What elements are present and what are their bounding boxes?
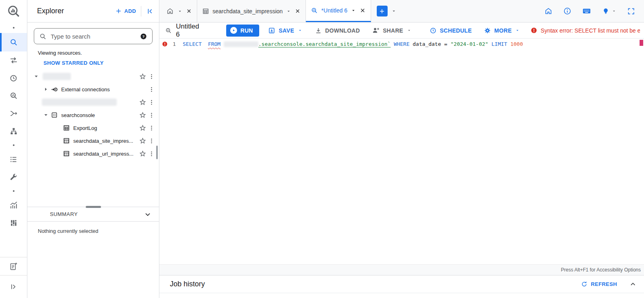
rail-item-scheduled-queries[interactable] xyxy=(0,69,27,87)
tree-item-label: searchdata_url_impress... xyxy=(73,151,136,157)
chevron-down-icon[interactable] xyxy=(144,210,152,218)
explorer-header: Explorer ADD xyxy=(27,0,159,23)
show-starred-only-link[interactable]: SHOW STARRED ONLY xyxy=(27,56,159,68)
chevron-down-icon[interactable] xyxy=(351,8,356,13)
search-input[interactable] xyxy=(51,33,136,40)
error-icon xyxy=(530,27,537,34)
rail-item-notebook[interactable] xyxy=(0,257,27,275)
rail-item-lineage[interactable] xyxy=(0,122,27,140)
line-error-icon xyxy=(162,41,168,47)
suggestions-bulb-button[interactable] xyxy=(602,7,617,15)
tree-item-label: searchdata_site_impres... xyxy=(73,138,136,144)
share-button[interactable]: SHARE xyxy=(372,27,412,34)
tree-row-table[interactable]: searchdata_url_impress... xyxy=(27,147,159,160)
rail-item-admin-tools[interactable] xyxy=(0,168,27,186)
list-icon xyxy=(9,155,18,164)
schedule-button[interactable]: SCHEDULE xyxy=(429,27,472,34)
kebab-menu-icon[interactable] xyxy=(148,99,155,106)
left-nav-rail xyxy=(0,0,27,298)
gear-icon xyxy=(484,27,491,34)
refresh-icon xyxy=(581,281,588,288)
expander-open-icon[interactable] xyxy=(32,73,40,80)
table-icon xyxy=(202,8,209,15)
kebab-menu-icon[interactable] xyxy=(148,138,155,144)
fullscreen-icon[interactable] xyxy=(627,7,635,15)
keyboard-shortcuts-icon[interactable] xyxy=(582,6,591,16)
more-button[interactable]: MORE xyxy=(484,27,520,34)
search-icon xyxy=(9,38,18,47)
rail-item-capacity[interactable] xyxy=(0,214,27,232)
sql-keyword-where: WHERE xyxy=(394,41,409,47)
collapse-explorer-button[interactable] xyxy=(146,7,154,15)
plus-icon xyxy=(379,8,385,14)
expander-open-icon[interactable] xyxy=(42,112,50,118)
sql-editor[interactable]: 1 SELECT FROM .searchconsole.searchdata_… xyxy=(159,39,644,264)
star-icon[interactable] xyxy=(139,150,147,158)
rail-item-migration[interactable] xyxy=(0,105,27,122)
run-button[interactable]: RUN xyxy=(226,25,259,37)
kebab-menu-icon[interactable] xyxy=(148,73,155,80)
hierarchy-icon xyxy=(10,127,18,135)
star-icon[interactable] xyxy=(139,137,147,145)
chevron-down-icon[interactable] xyxy=(177,8,183,14)
tree-row-project[interactable] xyxy=(27,96,159,109)
refresh-button[interactable]: REFRESH xyxy=(581,281,617,288)
kebab-menu-icon[interactable] xyxy=(148,86,155,93)
star-icon[interactable] xyxy=(139,111,147,119)
rail-expand-button[interactable] xyxy=(0,275,27,298)
nav-dot-indicator xyxy=(0,140,27,150)
tree-row-external-connections[interactable]: External connections xyxy=(27,83,159,96)
new-tab-options-caret[interactable] xyxy=(391,8,397,14)
accessibility-hint: Press Alt+F1 for Accessibility Options xyxy=(561,267,641,273)
download-button[interactable]: DOWNLOAD xyxy=(315,27,360,34)
close-icon[interactable] xyxy=(295,8,301,14)
chevron-up-icon xyxy=(629,280,637,288)
add-data-button[interactable]: ADD xyxy=(115,8,136,14)
close-icon[interactable] xyxy=(186,8,192,14)
explorer-scrollbar-thumb[interactable] xyxy=(156,146,158,159)
kebab-menu-icon[interactable] xyxy=(148,150,155,157)
tree-row-dataset[interactable]: searchconsole xyxy=(27,109,159,121)
wrench-icon xyxy=(9,173,18,181)
save-button[interactable]: SAVE xyxy=(268,27,302,34)
collapse-job-history-button[interactable] xyxy=(629,280,637,288)
star-icon[interactable] xyxy=(139,124,147,132)
tab-untitled-6[interactable]: *Untitled 6 xyxy=(306,0,371,22)
tab-home[interactable] xyxy=(161,0,197,22)
summary-header[interactable]: SUMMARY xyxy=(27,207,159,222)
info-icon[interactable] xyxy=(563,7,572,15)
new-tab-button[interactable] xyxy=(377,6,388,16)
tree-item-label: External connections xyxy=(61,86,148,92)
sql-keyword-select: SELECT xyxy=(183,41,202,47)
resource-tree: External connections searchconsole Expor… xyxy=(27,68,159,207)
rail-item-data-transfers[interactable] xyxy=(0,51,27,69)
tree-row-project[interactable] xyxy=(27,70,159,83)
expander-closed-icon[interactable] xyxy=(42,86,50,92)
rail-item-query-insights[interactable] xyxy=(0,87,27,105)
top-right-icons xyxy=(544,0,644,22)
rail-item-explorer-search[interactable] xyxy=(0,33,27,51)
star-icon[interactable] xyxy=(139,73,147,80)
tree-row-table[interactable]: searchdata_site_impres... xyxy=(27,134,159,147)
rail-item-policy-list[interactable] xyxy=(0,150,27,168)
explorer-search-box[interactable] xyxy=(34,28,153,44)
play-icon xyxy=(230,27,237,34)
query-magnifier-icon xyxy=(165,27,172,35)
close-icon[interactable] xyxy=(359,7,366,14)
add-button-label: ADD xyxy=(124,8,136,14)
schedule-button-label: SCHEDULE xyxy=(440,27,472,34)
summary-drag-handle[interactable] xyxy=(86,206,101,208)
chevron-down-icon[interactable] xyxy=(286,8,291,14)
star-icon[interactable] xyxy=(139,99,147,106)
help-icon[interactable] xyxy=(140,33,147,40)
rail-item-monitoring[interactable] xyxy=(0,196,27,214)
editor-tab-strip: searchdata_site_impression *Untitled 6 xyxy=(159,0,644,23)
kebab-menu-icon[interactable] xyxy=(148,112,155,119)
tree-row-table[interactable]: ExportLog xyxy=(27,121,159,134)
kebab-menu-icon[interactable] xyxy=(148,125,155,132)
home-icon[interactable] xyxy=(544,7,553,15)
tab-searchdata-site-impression[interactable]: searchdata_site_impression xyxy=(197,0,306,22)
error-message: Syntax error: SELECT list must not be em… xyxy=(541,27,640,34)
job-history-title: Job history xyxy=(170,280,581,288)
redacted-project-name xyxy=(42,99,117,106)
